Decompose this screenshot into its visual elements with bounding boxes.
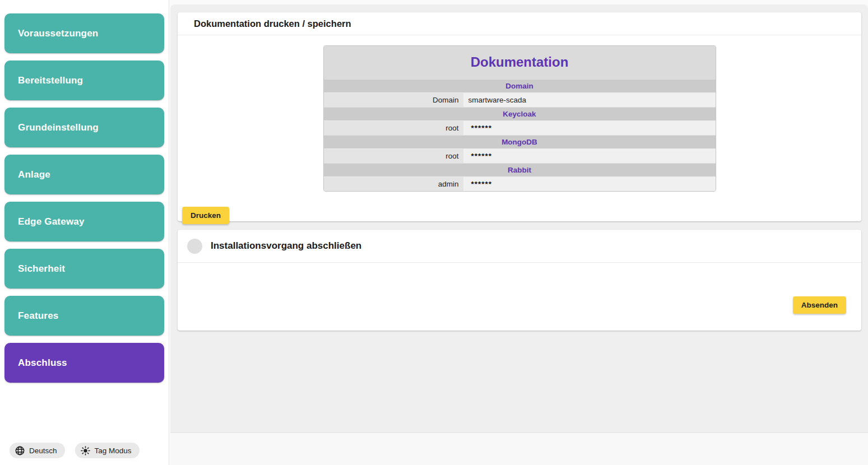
theme-mode-button[interactable]: Tag Modus: [75, 443, 140, 458]
documentation-print-title: Dokumentation drucken / speichern: [194, 18, 351, 29]
table-row: root ******: [324, 120, 716, 135]
doc-row-value: smartware-scada: [463, 93, 716, 107]
doc-row-value-masked: ******: [463, 121, 716, 135]
sidebar-item-label: Anlage: [18, 169, 50, 180]
sidebar-item-sicherheit[interactable]: Sicherheit: [4, 249, 164, 289]
documentation-print-card: Dokumentation drucken / speichern Dokume…: [178, 12, 861, 221]
sidebar-item-label: Voraussetzungen: [18, 28, 98, 39]
globe-icon: [15, 445, 25, 456]
documentation-table: Dokumentation Domain Domain smartware-sc…: [323, 45, 716, 192]
sidebar-item-grundeinstellung[interactable]: Grundeinstellung: [4, 108, 164, 147]
wizard-sidebar: Voraussetzungen Bereitstellung Grundeins…: [0, 0, 169, 465]
finish-installation-title: Installationsvorgang abschließen: [211, 240, 361, 252]
doc-row-label: Domain: [324, 93, 463, 107]
sidebar-footer: Deutsch Tag Modus: [10, 443, 140, 458]
doc-row-label: admin: [324, 177, 463, 191]
sidebar-item-edge-gateway[interactable]: Edge Gateway: [4, 202, 164, 241]
language-button-label: Deutsch: [29, 447, 57, 455]
main-footer-strip: [170, 433, 868, 465]
language-button[interactable]: Deutsch: [10, 443, 65, 458]
doc-section-keycloak: Keycloak: [324, 107, 716, 120]
doc-row-value-masked: ******: [463, 149, 716, 163]
sidebar-item-label: Bereitstellung: [18, 75, 83, 86]
documentation-table-title: Dokumentation: [324, 46, 716, 79]
doc-row-value-masked: ******: [463, 177, 716, 191]
doc-section-rabbit: Rabbit: [324, 163, 716, 176]
submit-button[interactable]: Absenden: [793, 296, 846, 314]
finish-installation-card-header: Installationsvorgang abschließen: [178, 230, 861, 263]
finish-installation-card: Installationsvorgang abschließen Absende…: [178, 230, 861, 331]
sidebar-item-anlage[interactable]: Anlage: [4, 155, 164, 194]
sidebar-item-label: Features: [18, 310, 58, 322]
doc-section-domain: Domain: [324, 79, 716, 92]
table-row: Domain smartware-scada: [324, 92, 716, 107]
step-avatar-circle: [187, 239, 202, 254]
sidebar-item-label: Abschluss: [18, 357, 67, 369]
sidebar-item-bereitstellung[interactable]: Bereitstellung: [4, 61, 164, 100]
sidebar-item-abschluss[interactable]: Abschluss: [4, 343, 164, 383]
doc-row-label: root: [324, 121, 463, 135]
table-row: admin ******: [324, 176, 716, 191]
theme-mode-button-label: Tag Modus: [95, 447, 132, 455]
sidebar-item-voraussetzungen[interactable]: Voraussetzungen: [4, 13, 164, 53]
sidebar-item-label: Grundeinstellung: [18, 122, 99, 133]
table-row: root ******: [324, 148, 716, 163]
doc-section-mongodb: MongoDB: [324, 135, 716, 148]
doc-row-label: root: [324, 149, 463, 163]
main-content-area: Dokumentation drucken / speichern Dokume…: [170, 4, 868, 433]
documentation-print-card-header: Dokumentation drucken / speichern: [178, 12, 861, 35]
sidebar-item-features[interactable]: Features: [4, 296, 164, 336]
sidebar-item-label: Sicherheit: [18, 263, 65, 275]
print-button[interactable]: Drucken: [182, 207, 229, 224]
sun-icon: [80, 445, 91, 456]
sidebar-item-label: Edge Gateway: [18, 216, 85, 227]
